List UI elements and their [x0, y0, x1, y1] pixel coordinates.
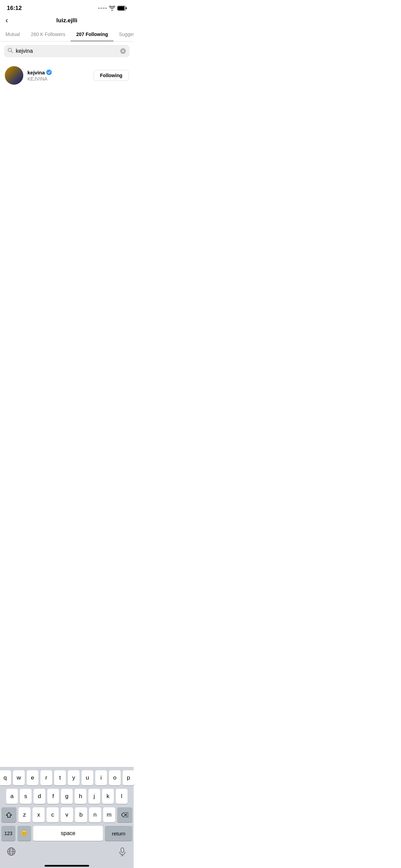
tab-followers[interactable]: 260 K Followers — [25, 27, 71, 41]
back-button[interactable]: ‹ — [5, 16, 8, 25]
avatar[interactable] — [5, 66, 23, 85]
svg-rect-1 — [118, 7, 125, 10]
search-container — [0, 41, 134, 61]
tab-suggested[interactable]: Suggested — [113, 27, 134, 41]
search-input[interactable] — [16, 48, 117, 54]
battery-icon — [117, 6, 127, 11]
tab-mutual[interactable]: Mutual — [0, 27, 25, 41]
following-button[interactable]: Following — [94, 70, 129, 81]
search-clear-button[interactable] — [120, 48, 126, 54]
svg-point-8 — [46, 70, 52, 75]
tab-following[interactable]: 207 Following — [71, 27, 113, 41]
status-time: 16:12 — [7, 5, 22, 12]
tabs-bar: Mutual 260 K Followers 207 Following Sug… — [0, 27, 134, 41]
header: ‹ luiz.ejlli — [0, 14, 134, 27]
page-title: luiz.ejlli — [56, 17, 77, 24]
svg-line-4 — [11, 51, 13, 53]
svg-rect-2 — [126, 7, 127, 9]
display-name: KEJVINA — [27, 76, 89, 82]
results-list: kejvina KEJVINA Following — [0, 61, 134, 90]
username-row: kejvina — [27, 70, 89, 75]
status-icons — [98, 6, 127, 11]
search-icon — [8, 48, 13, 55]
search-bar — [4, 45, 130, 57]
wifi-icon — [109, 6, 115, 11]
list-item: kejvina KEJVINA Following — [0, 63, 134, 88]
user-info: kejvina KEJVINA — [27, 70, 89, 82]
status-bar: 16:12 — [0, 0, 134, 14]
username: kejvina — [27, 70, 45, 75]
signal-icon — [98, 8, 107, 9]
verified-badge — [46, 70, 52, 75]
